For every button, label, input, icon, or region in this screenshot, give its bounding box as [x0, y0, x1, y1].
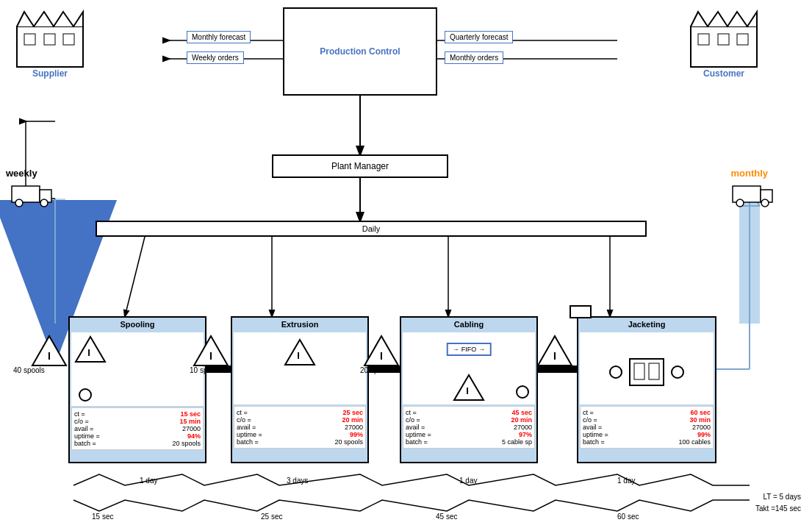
- customer-label: Customer: [703, 68, 744, 79]
- svg-rect-26: [17, 26, 83, 67]
- jacketing-op-circle-1: [609, 365, 622, 379]
- extrusion-pre-inventory: I: [193, 335, 229, 368]
- weekly-orders-label: Weekly orders: [187, 51, 244, 64]
- daily-label: Daily: [362, 224, 380, 233]
- kanban-box: [570, 305, 592, 318]
- left-truck-icon: [10, 182, 54, 210]
- jacketing-machine: [628, 357, 665, 387]
- truck-left: [10, 182, 54, 208]
- ct-jacketing: 60 sec: [617, 513, 639, 521]
- cabling-header: Cabling: [401, 318, 536, 331]
- cabling-fifo: → FIFO →: [447, 343, 492, 356]
- extrusion-data: ct =25 sec c/o =20 min avail =27000 upti…: [234, 406, 366, 449]
- jacketing-op-circle-2: [671, 365, 684, 379]
- svg-line-3: [125, 228, 147, 316]
- spooling-header: Spooling: [70, 318, 205, 331]
- svg-rect-34: [12, 186, 40, 202]
- svg-text:I: I: [48, 350, 51, 362]
- right-truck-icon: [731, 182, 775, 210]
- jacketing-pre-inventory: I: [536, 335, 573, 368]
- cabling-triangle: I: [453, 374, 485, 402]
- cabling-data: ct =45 sec c/o =20 min avail =27000 upti…: [403, 406, 535, 449]
- spooling-process-box: Spooling I ct =15 sec c/o =15 min avail …: [68, 316, 206, 463]
- customer-icon: [687, 6, 761, 68]
- svg-point-36: [15, 199, 23, 207]
- weekly-frequency-label: weekly: [6, 168, 37, 179]
- lt-label: LT = 5 days: [755, 491, 801, 503]
- jacketing-content: [609, 357, 684, 387]
- svg-text:I: I: [380, 350, 383, 362]
- production-control-label: Production Control: [320, 46, 400, 57]
- vsm-diagram: Supplier Customer Production Control Mon…: [0, 0, 812, 528]
- quarterly-forecast-label: Quarterly forecast: [445, 31, 513, 43]
- extrusion-triangle: I: [284, 338, 316, 368]
- supplier-factory: Supplier: [13, 6, 87, 79]
- svg-text:I: I: [87, 347, 90, 358]
- jacketing-data: ct =60 sec c/o =30 min avail =27000 upti…: [580, 406, 714, 449]
- production-control-box: Production Control: [283, 7, 437, 96]
- timeline-3days: 3 days: [287, 477, 308, 485]
- svg-text:I: I: [297, 350, 300, 361]
- svg-point-40: [736, 199, 744, 207]
- svg-rect-56: [649, 363, 659, 379]
- monthly-orders-label: Monthly orders: [445, 51, 503, 64]
- spooling-data: ct =15 sec c/o =15 min avail =27000 upti…: [71, 407, 204, 450]
- cabling-pre-inventory: I: [363, 335, 400, 368]
- cabling-process-box: Cabling → FIFO → I ct =45 sec c/o =20 mi…: [400, 316, 538, 463]
- monthly-frequency-label: monthly: [730, 168, 768, 179]
- ct-extrusion: 25 sec: [261, 513, 282, 521]
- spooling-inventory-triangle: I: [74, 335, 107, 365]
- extrusion-process-box: Extrusion I ct =25 sec c/o =20 min avail…: [231, 316, 369, 463]
- customer-factory: Customer: [687, 6, 761, 79]
- svg-marker-50: [454, 375, 484, 400]
- svg-rect-38: [733, 186, 761, 202]
- svg-point-41: [761, 199, 769, 207]
- timeline-1day-first: 1 day: [140, 477, 157, 485]
- spooling-pre-inventory: I: [31, 335, 68, 368]
- operator-circle-1: [79, 388, 92, 402]
- ct-cabling: 45 sec: [436, 513, 457, 521]
- plant-manager-box: Plant Manager: [272, 154, 448, 178]
- extrusion-header: Extrusion: [232, 318, 367, 331]
- timeline-1day-second: 1 day: [459, 477, 477, 485]
- svg-text:I: I: [209, 350, 212, 362]
- supplier-label: Supplier: [32, 68, 68, 79]
- monthly-forecast-label: Monthly forecast: [187, 31, 251, 43]
- supplier-icon: [13, 6, 87, 68]
- svg-text:I: I: [553, 350, 556, 362]
- ct-spooling: 15 sec: [92, 513, 113, 521]
- timeline-1day-third: 1 day: [617, 477, 635, 485]
- svg-rect-55: [634, 363, 644, 379]
- spooling-operators: [79, 388, 92, 402]
- takt-label: Takt =145 sec: [755, 503, 801, 515]
- svg-point-37: [40, 199, 48, 207]
- daily-bar: Daily: [96, 221, 647, 237]
- cabling-operator: [516, 385, 529, 400]
- jacketing-header: Jacketing: [578, 318, 715, 331]
- cabling-operator-circle: [516, 385, 529, 399]
- svg-marker-42: [76, 337, 105, 362]
- svg-text:I: I: [466, 385, 469, 396]
- svg-rect-30: [691, 26, 757, 67]
- lt-takt-box: LT = 5 days Takt =145 sec: [755, 491, 801, 515]
- truck-right: [731, 182, 775, 208]
- plant-manager-label: Plant Manager: [331, 161, 389, 171]
- svg-marker-46: [285, 340, 315, 365]
- jacketing-process-box: Jacketing ct =60 sec c/o =30 min avail =…: [577, 316, 716, 463]
